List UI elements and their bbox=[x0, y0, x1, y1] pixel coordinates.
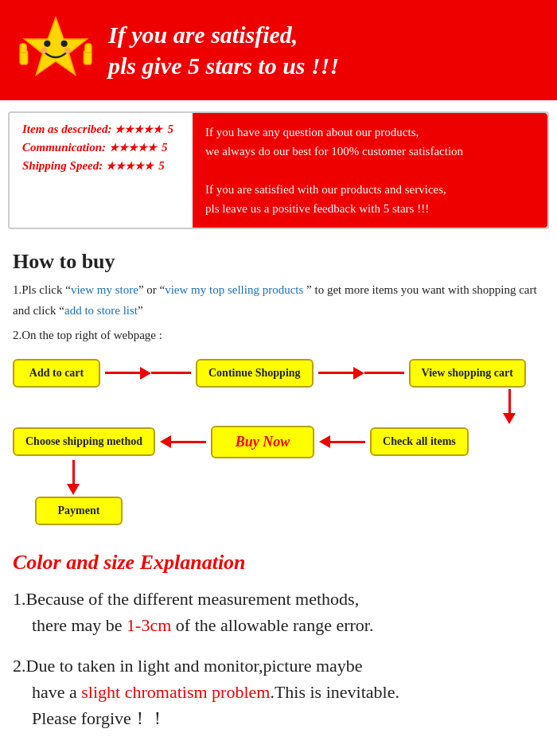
flow-row2: Choose shipping method Buy Now Check all… bbox=[13, 426, 544, 458]
comm-value: 5 bbox=[162, 141, 168, 154]
arrow-right-2 bbox=[318, 367, 404, 380]
rating-section: Item as described: ★★★★★ 5 Communication… bbox=[8, 111, 549, 229]
step1-link2[interactable]: view my top selling products bbox=[165, 283, 306, 296]
step1: 1.Pls click “view my store” or “view my … bbox=[13, 280, 544, 321]
color-item-1: 1.Because of the different measurement m… bbox=[13, 586, 544, 638]
color-section: Color and size Explanation 1.Because of … bbox=[0, 538, 557, 731]
payment-btn[interactable]: Payment bbox=[35, 497, 123, 525]
payment-wrapper: Payment bbox=[13, 497, 544, 525]
flow-diagram: Add to cart Continue Shopping View shopp… bbox=[13, 359, 544, 525]
header-text: If you are satisfied, pls give 5 stars t… bbox=[108, 19, 339, 81]
color-section-title: Color and size Explanation bbox=[13, 551, 544, 575]
rating-row-comm: Communication: ★★★★★ 5 bbox=[22, 141, 180, 154]
step1-prefix: 1.Pls click “ bbox=[13, 283, 71, 296]
arrow-right-1 bbox=[105, 367, 191, 380]
arrow-left-2 bbox=[319, 435, 365, 448]
step1-link1[interactable]: view my store bbox=[71, 283, 138, 296]
color-item1-highlight: 1-3cm bbox=[127, 615, 171, 635]
svg-point-8 bbox=[64, 48, 71, 54]
rating-row-item: Item as described: ★★★★★ 5 bbox=[22, 123, 180, 136]
buy-now-btn[interactable]: Buy Now bbox=[211, 426, 314, 458]
svg-point-1 bbox=[44, 41, 50, 47]
view-shopping-cart-btn[interactable]: View shopping cart bbox=[409, 359, 526, 388]
star-mascot-icon bbox=[16, 14, 95, 86]
item-described-value: 5 bbox=[167, 123, 173, 136]
svg-marker-0 bbox=[25, 18, 88, 75]
check-all-items-btn[interactable]: Check all items bbox=[370, 427, 469, 456]
step1-end: ” bbox=[138, 304, 143, 317]
rating-left: Item as described: ★★★★★ 5 Communication… bbox=[10, 113, 193, 228]
step2: 2.On the top right of webpage : bbox=[13, 325, 544, 346]
shipping-value: 5 bbox=[158, 159, 165, 173]
arrow-down-wrapper2 bbox=[13, 458, 544, 497]
header-banner: If you are satisfied, pls give 5 stars t… bbox=[0, 0, 557, 100]
color-item2-highlight: slight chromatism problem bbox=[81, 682, 270, 702]
svg-point-7 bbox=[41, 48, 47, 54]
shipping-label: Shipping Speed: bbox=[22, 159, 103, 173]
arrow-down-2 bbox=[67, 460, 80, 495]
add-to-cart-btn[interactable]: Add to cart bbox=[13, 359, 100, 388]
choose-shipping-btn[interactable]: Choose shipping method bbox=[13, 427, 155, 456]
how-to-buy-title: How to buy bbox=[13, 250, 544, 274]
item-described-label: Item as described: bbox=[22, 123, 111, 136]
shipping-stars: ★★★★★ bbox=[106, 160, 154, 173]
svg-rect-4 bbox=[20, 44, 26, 53]
comm-label: Communication: bbox=[22, 141, 106, 154]
svg-rect-6 bbox=[85, 44, 92, 53]
color-item1-suffix: of the allowable range error. bbox=[171, 615, 373, 635]
rating-row-shipping: Shipping Speed: ★★★★★ 5 bbox=[22, 159, 180, 173]
item-described-stars: ★★★★★ bbox=[115, 123, 162, 136]
arrow-down-1 bbox=[503, 389, 516, 424]
step1-mid: ” or “ bbox=[138, 283, 165, 296]
rating-right: If you have any question about our produ… bbox=[193, 113, 547, 228]
arrow-down-wrapper1 bbox=[13, 388, 544, 426]
arrow-left-1 bbox=[160, 435, 206, 448]
rating-right-text1: If you have any question about our produ… bbox=[205, 123, 535, 161]
step1-link3[interactable]: add to store list bbox=[64, 304, 138, 317]
color-item-2: 2.Due to taken in light and monitor,pict… bbox=[13, 653, 544, 731]
rating-right-text2: If you are satisfied with our products a… bbox=[205, 180, 535, 218]
how-to-buy-section: How to buy 1.Pls click “view my store” o… bbox=[0, 240, 557, 346]
svg-point-2 bbox=[61, 41, 68, 47]
flow-row1: Add to cart Continue Shopping View shopp… bbox=[13, 359, 544, 388]
comm-stars: ★★★★★ bbox=[109, 142, 157, 154]
continue-shopping-btn[interactable]: Continue Shopping bbox=[196, 359, 314, 388]
